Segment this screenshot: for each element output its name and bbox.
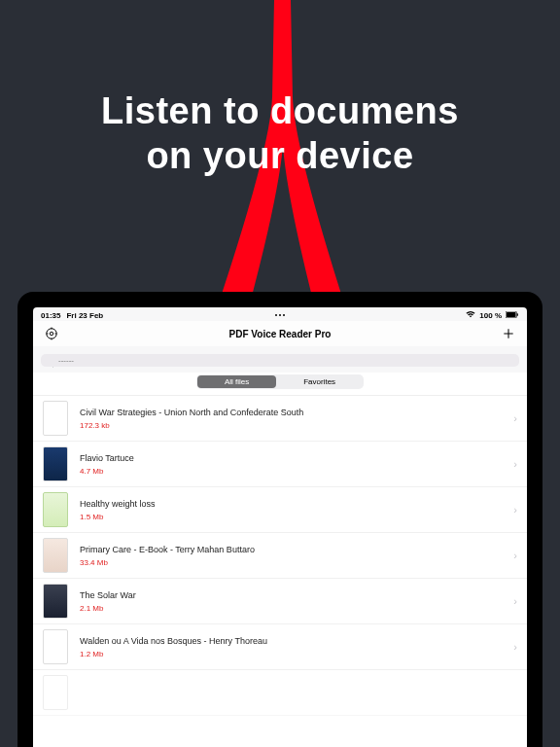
tab-favorites[interactable]: Favorites [276,375,363,388]
headline-line2: on your device [0,134,560,179]
navbar: PDF Voice Reader Pro [33,321,527,346]
file-name: Walden ou A Vida nos Bosques - Henry Tho… [80,636,508,646]
file-thumbnail [43,492,68,527]
status-date: Fri 23 Feb [66,311,103,320]
list-item[interactable] [33,670,527,716]
file-size: 2.1 Mb [80,604,508,613]
chevron-right-icon: › [513,550,517,561]
file-list[interactable]: Civil War Strategies - Union North and C… [33,396,527,747]
file-name: Flavio Tartuce [80,453,508,463]
file-thumbnail [43,629,68,664]
status-bar: 01:35 Fri 23 Feb 100 % [33,307,527,321]
file-size: 4.7 Mb [80,467,508,476]
file-thumbnail [43,584,68,619]
file-size: 1.2 Mb [80,650,508,658]
list-item[interactable]: Healthy weight loss 1.5 Mb › [33,487,527,533]
tablet-frame: 01:35 Fri 23 Feb 100 % [18,292,542,747]
file-name: Healthy weight loss [80,499,508,509]
chevron-right-icon: › [513,458,517,470]
chevron-right-icon: › [513,641,517,653]
file-thumbnail [43,446,68,481]
file-thumbnail [43,538,68,573]
battery-icon [506,311,519,320]
list-item[interactable]: Walden ou A Vida nos Bosques - Henry Tho… [33,624,527,670]
file-name: The Solar War [80,590,508,600]
file-thumbnail [43,675,68,710]
list-item[interactable]: Civil War Strategies - Union North and C… [33,396,527,442]
file-size: 33.4 Mb [80,558,508,567]
svg-rect-2 [517,313,518,316]
multitasking-dots [275,314,285,316]
chevron-right-icon: › [513,595,517,607]
tab-all-files[interactable]: All files [197,375,276,388]
headline: Listen to documens on your device [0,89,560,178]
hero-section: Listen to documens on your device [0,0,560,292]
chevron-right-icon: › [513,504,517,516]
settings-button[interactable] [43,325,60,342]
list-item[interactable]: Flavio Tartuce 4.7 Mb › [33,442,527,487]
search-input[interactable] [41,354,519,367]
file-name: Civil War Strategies - Union North and C… [80,408,508,417]
file-name: Primary Care - E-Book - Terry Mahan Butt… [80,545,508,554]
headline-line1: Listen to documens [0,89,560,134]
list-item[interactable]: Primary Care - E-Book - Terry Mahan Butt… [33,533,527,579]
search-wrap [33,346,527,373]
svg-rect-1 [507,311,516,316]
file-thumbnail [43,401,68,436]
list-item[interactable]: The Solar War 2.1 Mb › [33,579,527,624]
segment-control: All files Favorites [33,373,527,396]
add-button[interactable] [500,325,517,342]
battery-label: 100 % [479,311,502,320]
file-size: 1.5 Mb [80,513,508,521]
status-time: 01:35 [41,311,60,320]
svg-point-4 [50,332,53,336]
wifi-icon [466,310,475,320]
file-size: 172.3 kb [80,421,508,430]
app-screen: 01:35 Fri 23 Feb 100 % [33,307,527,747]
page-title: PDF Voice Reader Pro [229,329,332,339]
chevron-right-icon: › [513,412,517,424]
